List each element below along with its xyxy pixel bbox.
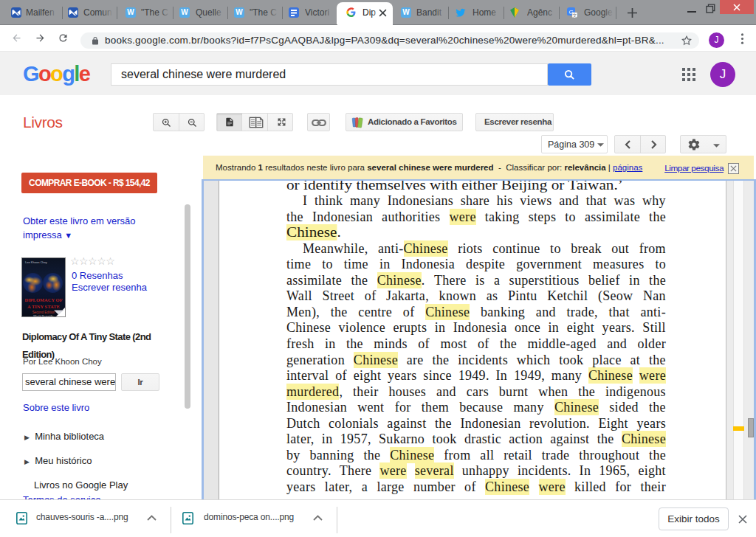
- svg-text:文: 文: [573, 13, 577, 18]
